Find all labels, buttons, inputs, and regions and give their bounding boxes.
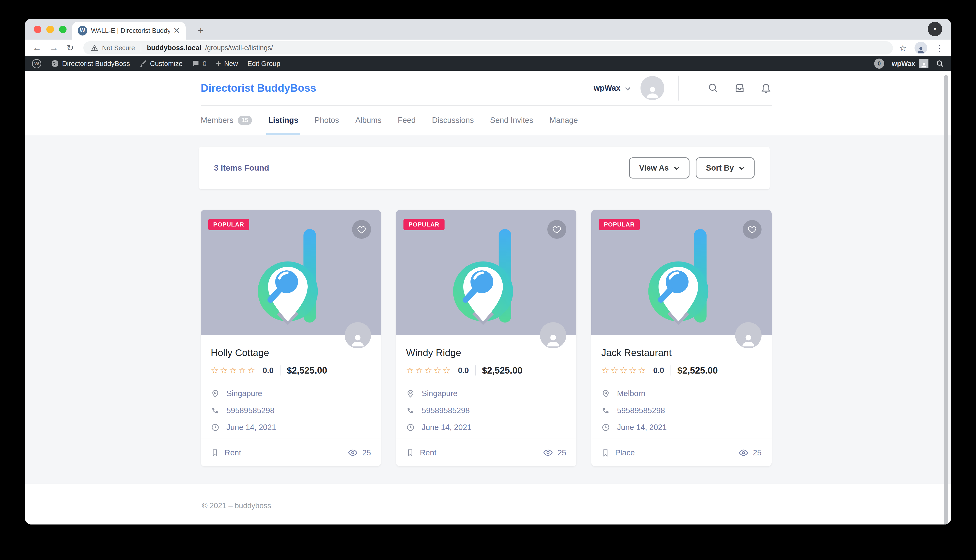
listing-image[interactable]: POPULAR [591, 210, 772, 335]
reload-icon[interactable]: ↻ [67, 44, 74, 53]
edit-group-menu[interactable]: Edit Group [247, 60, 280, 68]
browser-profile-avatar[interactable] [914, 42, 927, 54]
security-label[interactable]: Not Secure [102, 44, 135, 52]
listings-section: 3 Items Found View As Sort By [25, 135, 951, 484]
new-tab-button[interactable]: + [193, 23, 208, 38]
tab-close-icon[interactable]: ✕ [173, 27, 180, 35]
admin-site-name[interactable]: Directorist BuddyBoss [51, 60, 130, 68]
tab-listings[interactable]: Listings [268, 106, 298, 135]
tab-search-chevron-icon[interactable]: ▼ [928, 22, 942, 36]
listing-card[interactable]: POPULAR Jack Restaurant ☆☆☆☆☆ 0.0 [591, 210, 772, 466]
site-title-link[interactable]: Directorist BuddyBoss [201, 82, 316, 94]
listing-location-row[interactable]: Singapure [211, 385, 371, 402]
listing-title[interactable]: Windy Ridge [406, 347, 566, 358]
tab-discussions[interactable]: Discussions [432, 106, 474, 135]
zoom-window-button[interactable] [59, 26, 67, 33]
admin-search-icon[interactable] [936, 60, 944, 68]
tab-members[interactable]: Members 15 [201, 106, 252, 135]
back-icon[interactable]: ← [33, 44, 42, 53]
listing-author-avatar[interactable] [735, 322, 762, 348]
heart-icon [552, 225, 562, 234]
header-user-avatar[interactable] [640, 76, 664, 100]
listing-phone-row[interactable]: 59589585298 [211, 402, 371, 419]
favorite-button[interactable] [743, 220, 762, 239]
star-rating-icons[interactable]: ☆☆☆☆☆ [211, 366, 256, 375]
tab-albums[interactable]: Albums [356, 106, 382, 135]
close-window-button[interactable] [34, 26, 41, 33]
wp-admin-bar: W Directorist BuddyBoss Customize 0 + Ne… [25, 57, 951, 71]
eye-icon [348, 449, 358, 457]
customize-menu[interactable]: Customize [139, 60, 182, 68]
chevron-down-icon [739, 166, 745, 170]
listing-price: $2,525.00 [677, 365, 718, 376]
window-controls [34, 26, 67, 33]
comments-menu[interactable]: 0 [192, 60, 206, 68]
sort-by-label: Sort By [706, 163, 734, 173]
forward-icon[interactable]: → [50, 44, 58, 53]
admin-user-name: wpWax [892, 60, 915, 68]
listing-category[interactable]: Place [602, 448, 635, 457]
tab-photos[interactable]: Photos [314, 106, 339, 135]
scrollbar-thumb[interactable] [944, 75, 948, 525]
category-tag-icon [602, 448, 610, 457]
listing-author-avatar[interactable] [344, 322, 371, 348]
star-rating-icons[interactable]: ☆☆☆☆☆ [406, 366, 452, 375]
header-messages-button[interactable] [734, 82, 745, 93]
listing-location-row[interactable]: Singapure [406, 385, 566, 402]
tab-manage[interactable]: Manage [550, 106, 578, 135]
listing-category-label: Rent [224, 448, 241, 457]
favorite-button[interactable] [352, 220, 371, 239]
tab-send-invites[interactable]: Send Invites [490, 106, 533, 135]
url-bar[interactable]: Not Secure buddyboss.local/groups/wall-e… [84, 41, 893, 55]
listing-author-avatar[interactable] [540, 322, 566, 348]
view-as-button[interactable]: View As [629, 157, 690, 179]
browser-toolbar: ← → ↻ Not Secure buddyboss.local/groups/… [25, 40, 951, 57]
phone-icon [602, 406, 610, 415]
header-search-button[interactable] [707, 82, 719, 93]
listing-title[interactable]: Jack Restaurant [602, 347, 762, 358]
map-pin-icon [211, 389, 220, 398]
phone-icon [211, 406, 220, 415]
new-content-menu[interactable]: + New [216, 59, 238, 68]
bell-icon [760, 82, 772, 93]
browser-menu-icon[interactable]: ⋮ [935, 43, 943, 53]
url-host[interactable]: buddyboss.local [147, 44, 202, 52]
admin-account-menu[interactable]: wpWax [892, 59, 928, 68]
bookmark-star-icon[interactable]: ☆ [899, 43, 906, 53]
person-icon [916, 45, 925, 54]
listing-cards: POPULAR Holly Cottage ☆☆☆☆☆ 0.0 [201, 210, 772, 466]
header-user-name[interactable]: wpWax [594, 83, 620, 93]
wordpress-favicon-icon: W [78, 26, 87, 35]
url-path[interactable]: /groups/wall-e/listings/ [205, 44, 273, 52]
comment-bubble-icon [192, 60, 199, 67]
listing-location: Singapure [422, 389, 458, 398]
listing-category[interactable]: Rent [211, 448, 241, 457]
header-notifications-button[interactable] [760, 82, 772, 93]
browser-tab[interactable]: W WALL-E | Directorist BuddyBos ✕ [72, 22, 186, 39]
listing-card[interactable]: POPULAR Holly Cottage ☆☆☆☆☆ 0.0 [201, 210, 381, 466]
listing-date-row: June 14, 2021 [602, 419, 762, 436]
active-tab-underline [266, 133, 300, 135]
star-rating-icons[interactable]: ☆☆☆☆☆ [602, 366, 647, 375]
sort-by-button[interactable]: Sort By [696, 157, 755, 179]
rating-value: 0.0 [458, 366, 469, 375]
wp-logo-menu[interactable]: W [32, 59, 41, 68]
tab-feed[interactable]: Feed [398, 106, 416, 135]
listing-phone-row[interactable]: 59589585298 [602, 402, 762, 419]
listing-image[interactable]: POPULAR [396, 210, 577, 335]
listing-location-row[interactable]: Melborn [602, 385, 762, 402]
listing-card[interactable]: POPULAR Windy Ridge ☆☆☆☆☆ 0.0 [396, 210, 577, 466]
listing-phone-row[interactable]: 59589585298 [406, 402, 566, 419]
admin-notification-badge[interactable]: 0 [874, 58, 884, 68]
favorite-button[interactable] [547, 220, 566, 239]
listing-category[interactable]: Rent [406, 448, 436, 457]
chevron-down-icon[interactable] [625, 87, 631, 91]
listing-image[interactable]: POPULAR [201, 210, 381, 335]
person-icon [740, 332, 757, 348]
person-icon [545, 332, 562, 348]
popular-badge: POPULAR [208, 219, 249, 230]
minimize-window-button[interactable] [46, 26, 54, 33]
listing-phone: 59589585298 [422, 406, 470, 415]
rating-value: 0.0 [653, 366, 664, 375]
listing-title[interactable]: Holly Cottage [211, 347, 371, 358]
